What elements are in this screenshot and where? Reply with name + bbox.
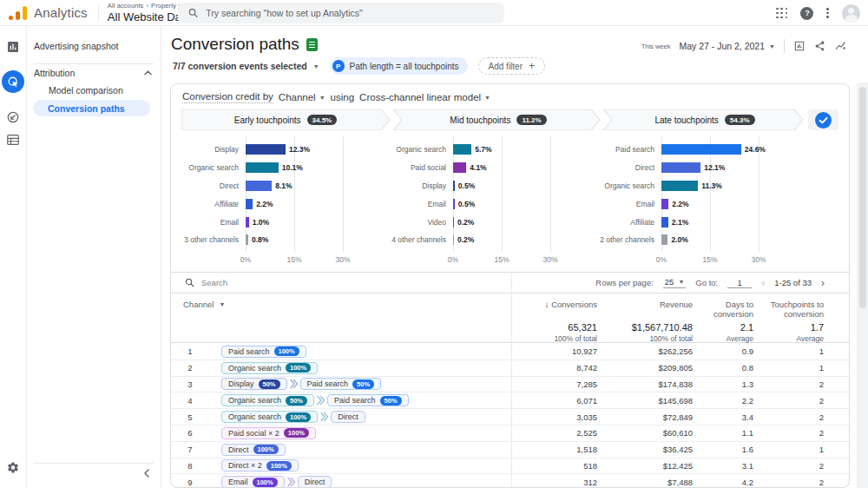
global-search[interactable] <box>178 3 504 23</box>
column-header-days[interactable]: Days toconversion <box>713 300 753 319</box>
channel-pill-paid_search: Paid search50% <box>327 394 409 406</box>
chart-row: Email1.0% <box>174 213 378 231</box>
row-index: 6 <box>171 428 209 438</box>
column-header-touchpoints[interactable]: Touchpoints toconversion <box>771 300 824 319</box>
sidebar-item-conversion-paths[interactable]: Conversion paths <box>33 100 150 116</box>
sidebar-item-model-comparison[interactable]: Model comparison <box>49 85 123 96</box>
bar-value-label: 10.1% <box>282 163 303 172</box>
mid-touchpoints-chart: 0%15%30%Organic search5.7%Paid social4.1… <box>382 133 585 267</box>
channel-pill-label: Direct <box>305 478 326 486</box>
attribution-icon-active[interactable] <box>2 70 24 93</box>
bar-value-label: 4.1% <box>470 163 486 172</box>
report-doc-icon[interactable] <box>306 38 318 51</box>
collapse-sidebar-icon[interactable] <box>143 465 150 481</box>
icon-rail <box>0 26 26 488</box>
bar-value-label: 0.2% <box>457 235 474 244</box>
google-apps-icon[interactable] <box>776 8 787 19</box>
charts-area: 0%15%30%Display12.3%Organic search10.1%D… <box>171 133 849 267</box>
sidebar-item-advertising-snapshot[interactable]: Advertising snapshot <box>34 41 118 51</box>
funnel-segment-label: Mid touchpoints <box>450 115 510 125</box>
insights-icon[interactable] <box>834 40 847 52</box>
conversion-events-selector[interactable]: 7/7 conversion events selected ▼ <box>173 61 319 71</box>
sidebar-section-attribution[interactable]: Attribution <box>34 68 152 78</box>
scrollbar-thumb[interactable] <box>859 87 866 308</box>
cell-days: 1.6 <box>742 445 753 454</box>
dimension-dropdown[interactable]: Channel ▼ <box>279 92 326 102</box>
date-range-selector[interactable]: May 27 - Jun 2, 2021 ▼ <box>679 41 775 51</box>
row-index: 7 <box>171 445 209 454</box>
channels-table-icon[interactable] <box>7 134 20 149</box>
chart-row: Direct8.1% <box>174 177 378 195</box>
channel-pill-display: Display50% <box>221 378 287 390</box>
x-axis-tick: 0% <box>440 255 466 264</box>
column-header-channel[interactable]: Channel ▼ <box>183 300 225 309</box>
chevron-down-icon: ▼ <box>484 95 490 101</box>
chart-rows: Display12.3%Organic search10.1%Direct8.1… <box>174 141 378 249</box>
table-search[interactable] <box>171 278 306 287</box>
chart-row: Email0.5% <box>382 195 585 213</box>
category-label: Video <box>382 218 453 227</box>
path-length-filter-chip[interactable]: P Path length = all touchpoints <box>330 57 468 75</box>
product-name: Analytics <box>34 5 88 20</box>
table-row: 9Email100%Direct312$7,4884.22 <box>171 474 849 488</box>
table-controls: Rows per page: 25 ▼ Go to: ‹ 1-25 of 33 … <box>171 272 849 293</box>
chart-panel-icon[interactable] <box>793 40 806 52</box>
x-axis-tick: 30% <box>746 255 772 264</box>
path-chevron-icon <box>317 395 325 406</box>
funnel-segment-percentage: 54.3% <box>725 115 755 125</box>
channel-pill-label: Organic search <box>228 396 281 405</box>
chevron-down-icon: ▼ <box>313 63 319 69</box>
column-header-conversions[interactable]: ↓ Conversions <box>545 300 597 309</box>
category-label: Email <box>382 200 453 208</box>
add-filter-button[interactable]: Add filter + <box>478 57 545 75</box>
avatar[interactable] <box>842 4 860 23</box>
sidebar: Advertising snapshot Attribution Model c… <box>26 26 161 488</box>
cell-revenue: $145,698 <box>658 396 693 406</box>
chevron-up-icon <box>144 70 152 76</box>
model-dropdown[interactable]: Cross-channel linear model ▼ <box>359 92 490 102</box>
cell-touchpoints: 2 <box>819 478 824 487</box>
share-icon[interactable] <box>814 40 825 52</box>
table-row: 1Paid search100%10,927$262,2560.91 <box>171 344 849 360</box>
prev-page-icon[interactable]: ‹ <box>761 277 765 289</box>
page-title: Conversion paths <box>171 35 318 54</box>
bar-value-label: 12.1% <box>704 163 725 172</box>
channel-pill-direct: Direct <box>331 411 365 423</box>
channel-path: Email100%Direct <box>209 476 332 488</box>
cell-revenue: $262,256 <box>658 346 693 356</box>
bar-organic_search <box>246 162 279 173</box>
rows-per-page-select[interactable]: 25 ▼ <box>663 277 687 288</box>
global-search-input[interactable] <box>206 8 494 18</box>
advertising-home-icon[interactable] <box>6 40 20 57</box>
help-icon[interactable]: ? <box>800 7 813 20</box>
bar-value-label: 11.3% <box>701 181 722 190</box>
chart-row: Display0.5% <box>382 177 585 195</box>
chart-row: Display12.3% <box>174 141 378 159</box>
funnel-check-toggle[interactable] <box>815 112 832 132</box>
funnel-segment-1: Early touchpoints34.5% <box>181 109 390 130</box>
column-header-revenue[interactable]: Revenue <box>660 300 693 309</box>
table-search-input[interactable] <box>201 278 306 287</box>
model-explorer-icon[interactable] <box>6 110 20 128</box>
credit-badge: 50% <box>380 396 402 406</box>
funnel-segment-percentage: 34.5% <box>307 115 338 125</box>
sidebar-bottom-divider <box>34 463 154 464</box>
goto-page-input[interactable] <box>727 278 752 288</box>
chart-row: Affiliate2.1% <box>590 213 793 231</box>
analytics-logo[interactable]: Analytics <box>9 5 88 21</box>
row-index: 2 <box>171 363 209 373</box>
cell-revenue: $174,838 <box>658 379 693 389</box>
credit-badge: 100% <box>284 428 309 438</box>
next-page-icon[interactable]: › <box>821 277 825 289</box>
channel-path: Organic search100%Direct <box>209 411 365 423</box>
admin-gear-icon[interactable] <box>7 461 20 478</box>
search-icon <box>188 8 198 18</box>
bar-email <box>453 199 455 209</box>
path-chevron-icon <box>287 477 295 487</box>
bar-other <box>246 234 248 245</box>
channel-pill-label: Email <box>228 478 248 486</box>
cell-days: 3.1 <box>742 461 753 471</box>
bar-organic_search <box>661 181 698 191</box>
touchpoint-funnel: Early touchpoints34.5%Mid touchpoints11.… <box>181 109 838 130</box>
more-options-icon[interactable] <box>826 8 829 18</box>
